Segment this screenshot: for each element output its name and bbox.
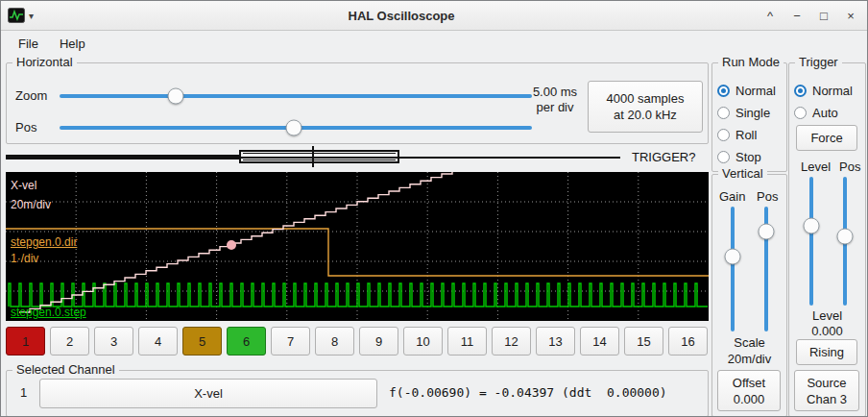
offset-button-caption: Offset — [733, 375, 765, 391]
menu-help[interactable]: Help — [50, 34, 95, 54]
scale-caption: Scale — [712, 335, 786, 351]
trigger-level-slider-handle[interactable] — [804, 217, 820, 233]
force-button[interactable]: Force — [796, 125, 857, 151]
radio-icon — [717, 107, 730, 119]
channel-button-12[interactable]: 12 — [492, 327, 531, 356]
scope-canvas — [6, 172, 709, 321]
offset-button[interactable]: Offset 0.000 — [717, 370, 781, 411]
trigger-level-value: 0.000 — [789, 324, 865, 339]
timebase-units: per div — [525, 100, 585, 115]
trigger-status-label: TRIGGER? — [632, 150, 695, 164]
channel-button-2[interactable]: 2 — [50, 327, 89, 356]
trigger-group: Trigger Normal Auto Force Level Pos Leve… — [788, 62, 866, 417]
shade-icon[interactable]: ^ — [763, 9, 777, 23]
zoom-slider[interactable] — [60, 88, 532, 104]
selected-channel-number: 1 — [20, 385, 27, 400]
radio-icon — [717, 129, 730, 141]
channel-button-8[interactable]: 8 — [315, 327, 354, 356]
radio-label: Normal — [812, 84, 853, 98]
zoom-slider-handle[interactable] — [167, 88, 183, 105]
channel-button-row: 12345678910111213141516 — [6, 327, 708, 356]
menubar: File Help — [1, 31, 867, 56]
minimize-icon[interactable]: − — [790, 9, 804, 23]
radio-label: Roll — [735, 128, 757, 142]
runmode-normal-radio[interactable]: Normal — [717, 81, 776, 100]
trigger-normal-radio[interactable]: Normal — [794, 81, 853, 100]
maximize-icon[interactable]: □ — [817, 9, 831, 23]
source-button-value: Chan 3 — [807, 391, 847, 407]
selected-channel-group-label: Selected Channel — [12, 362, 119, 377]
channel-button-10[interactable]: 10 — [403, 327, 443, 356]
trigger-level-slider-track[interactable] — [809, 177, 813, 306]
radio-label: Single — [735, 106, 770, 120]
trigger-pos-slider-handle[interactable] — [837, 228, 854, 244]
offset-button-value: 0.000 — [734, 391, 765, 407]
timebase-readout: 5.00 ms per div — [525, 85, 585, 115]
pos-slider[interactable] — [60, 120, 532, 135]
close-icon[interactable]: × — [844, 9, 857, 23]
channel-button-5[interactable]: 5 — [182, 327, 222, 356]
channel-button-16[interactable]: 16 — [668, 327, 708, 356]
radio-icon — [717, 151, 730, 163]
channel-button-15[interactable]: 15 — [624, 327, 663, 356]
channel-button-1[interactable]: 1 — [6, 327, 45, 356]
channel-button-9[interactable]: 9 — [359, 327, 398, 356]
edge-button[interactable]: Rising — [796, 339, 857, 365]
run-mode-group-label: Run Mode — [718, 55, 784, 69]
channel-button-14[interactable]: 14 — [580, 327, 619, 356]
radio-label: Auto — [812, 106, 838, 120]
app-icon — [8, 7, 25, 24]
runmode-roll-radio[interactable]: Roll — [717, 125, 757, 144]
channel-button-11[interactable]: 11 — [447, 327, 487, 356]
gain-slider[interactable] — [725, 207, 740, 331]
window-menu-arrow-icon[interactable]: ▾ — [29, 11, 34, 21]
trigger-level-caption: Level — [789, 308, 865, 324]
trigger-pos-label: Pos — [839, 159, 860, 174]
pos-label: Pos — [15, 120, 36, 135]
runmode-stop-radio[interactable]: Stop — [717, 147, 761, 166]
channel-value-readout: f(-0.00690) = -0.04397 (ddt 0.00000) — [389, 385, 667, 400]
vertical-group: Vertical Gain Pos Scale 20m/div Offset 0… — [711, 174, 787, 417]
trigger-source-button[interactable]: Source Chan 3 — [794, 370, 859, 411]
channel-button-13[interactable]: 13 — [536, 327, 575, 356]
samples-button[interactable]: 4000 samples at 20.0 kHz — [588, 81, 703, 133]
samples-rate: at 20.0 kHz — [614, 107, 677, 123]
scope-ch1-name: X-vel — [11, 179, 36, 192]
window-title: HAL Oscilloscope — [39, 9, 763, 23]
zoom-label: Zoom — [15, 88, 47, 103]
radio-icon — [717, 85, 730, 97]
zoom-slider-track[interactable] — [60, 94, 532, 98]
trigger-pos-slider[interactable] — [837, 177, 853, 306]
trigger-auto-radio[interactable]: Auto — [794, 103, 838, 122]
channel-button-7[interactable]: 7 — [271, 327, 310, 356]
record-view-window[interactable] — [239, 150, 399, 163]
vertical-pos-label: Pos — [757, 189, 778, 204]
samples-count: 4000 samples — [607, 90, 685, 107]
channel-button-3[interactable]: 3 — [94, 327, 133, 356]
selected-channel-group: Selected Channel 1 X-vel f(-0.00690) = -… — [6, 370, 709, 417]
menu-file[interactable]: File — [9, 34, 48, 54]
scope-display: X-vel 20m/div stepgen.0.dir 1·/div stepg… — [6, 172, 709, 321]
radio-icon — [794, 85, 807, 97]
scope-ch3-name: stepgen.0.step — [11, 306, 86, 319]
radio-label: Stop — [735, 150, 761, 164]
channel-name-button[interactable]: X-vel — [39, 379, 377, 408]
horizontal-group-label: Horizontal — [12, 55, 77, 69]
scope-ch2-name: stepgen.0.dir — [11, 235, 77, 249]
run-mode-group: Run Mode Normal Single Roll Stop — [711, 62, 787, 172]
runmode-single-radio[interactable]: Single — [717, 103, 770, 122]
record-view-window-inner — [243, 153, 396, 160]
radio-label: Normal — [735, 84, 776, 98]
trigger-level-slider[interactable] — [804, 177, 819, 306]
vertical-pos-slider-handle[interactable] — [759, 224, 775, 240]
gain-label: Gain — [719, 189, 745, 204]
pos-slider-handle[interactable] — [285, 120, 301, 136]
channel-button-6[interactable]: 6 — [227, 327, 266, 356]
hal-oscilloscope-window: ▾ HAL Oscilloscope ^ − □ × File Help Hor… — [0, 0, 868, 417]
titlebar: ▾ HAL Oscilloscope ^ − □ × — [1, 1, 867, 31]
channel-button-4[interactable]: 4 — [138, 327, 178, 356]
vertical-group-label: Vertical — [718, 166, 767, 181]
gain-slider-handle[interactable] — [725, 249, 741, 265]
gain-slider-track[interactable] — [731, 207, 735, 331]
vertical-pos-slider[interactable] — [759, 207, 774, 331]
